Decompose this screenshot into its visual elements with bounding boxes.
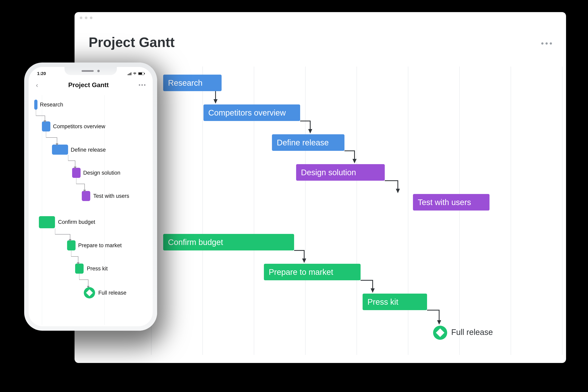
phone-header: ‹ Project Gantt: [29, 81, 153, 89]
window-controls[interactable]: [80, 16, 92, 19]
gantt-bar-design-solution[interactable]: Design solution: [296, 164, 385, 181]
gantt-bar-competitors[interactable]: Competitors overview: [203, 104, 300, 121]
gantt-bar-label: Test with users: [93, 193, 129, 199]
svg-marker-2: [353, 159, 357, 163]
gantt-bar-confirm-budget[interactable]: Confirm budget: [163, 234, 294, 250]
phone-more-button[interactable]: [139, 84, 145, 86]
dots-icon: [541, 42, 544, 44]
gantt-bar-label: Test with users: [418, 198, 471, 207]
gantt-bar-label: Confirm budget: [168, 238, 223, 247]
svg-marker-4: [302, 258, 306, 263]
dependency-connector: [79, 274, 91, 288]
dependency-connector: [71, 250, 81, 264]
gantt-bar-label: Design solution: [301, 168, 356, 177]
gantt-bar-label: Press kit: [87, 266, 108, 272]
gantt-bar-label: Define release: [277, 138, 329, 147]
phone-gantt-canvas[interactable]: Research Competitors overview Define rel…: [30, 95, 152, 325]
svg-marker-1: [308, 129, 312, 134]
status-time: 1:20: [37, 71, 46, 76]
dependency-arrow: [207, 91, 228, 105]
svg-marker-9: [74, 167, 76, 168]
phone-title: Project Gantt: [68, 81, 109, 89]
gantt-bar-press-kit[interactable]: Press kit: [363, 294, 427, 310]
svg-marker-11: [69, 239, 71, 241]
window-minimize-dot[interactable]: [85, 16, 87, 19]
gantt-bar-label: Research: [168, 78, 202, 88]
milestone-label: Full release: [98, 290, 127, 296]
dots-icon: [141, 84, 143, 86]
gantt-bar-label: Press kit: [368, 298, 398, 306]
dependency-connector: [46, 132, 60, 145]
gantt-bar-label: Prepare to market: [269, 268, 333, 277]
battery-icon: [138, 72, 144, 75]
wifi-icon: [133, 72, 137, 75]
phone-notch: [64, 67, 117, 75]
gantt-bar-prepare-market[interactable]: Prepare to market: [264, 264, 361, 280]
back-button[interactable]: ‹: [36, 81, 38, 89]
gantt-bar-label: Competitors overview: [53, 124, 105, 130]
dependency-connector: [76, 178, 87, 192]
dots-icon: [144, 84, 145, 86]
svg-marker-5: [371, 288, 375, 293]
gantt-bar-label: Competitors overview: [208, 108, 286, 117]
svg-marker-0: [213, 99, 217, 104]
dots-icon: [139, 84, 140, 86]
svg-marker-6: [437, 320, 441, 325]
dots-icon: [550, 42, 552, 44]
milestone-full-release-icon[interactable]: [433, 326, 447, 340]
gantt-bar-define-release[interactable]: Define release: [272, 134, 345, 151]
gantt-bar-competitors[interactable]: [42, 122, 50, 132]
gantt-bar-label: Prepare to market: [78, 242, 122, 249]
signal-icon: [128, 72, 131, 75]
gantt-bar-test-users[interactable]: [82, 191, 90, 201]
gantt-bar-label: Confirm budget: [58, 219, 95, 225]
gantt-bar-label: Design solution: [83, 170, 120, 176]
gantt-bar-research[interactable]: Research: [163, 74, 221, 91]
page-title: Project Gantt: [89, 34, 175, 50]
dependency-arrow: [299, 121, 323, 135]
phone-device: 1:20 ‹ Project Gantt Research Competitor…: [24, 62, 157, 331]
dependency-arrow: [293, 250, 317, 264]
gantt-bar-define-release[interactable]: [52, 144, 68, 155]
svg-marker-8: [56, 144, 58, 145]
window-maximize-dot[interactable]: [90, 16, 92, 19]
dependency-connector: [68, 155, 78, 168]
svg-marker-10: [84, 190, 86, 192]
gantt-bar-prepare-market[interactable]: [67, 240, 76, 250]
gantt-bar-label: Define release: [71, 147, 106, 153]
svg-marker-7: [44, 120, 46, 122]
gantt-bar-research[interactable]: [34, 100, 37, 110]
dependency-arrow: [344, 151, 368, 165]
gantt-bar-confirm-budget[interactable]: [39, 216, 55, 228]
gantt-bar-label: Research: [40, 102, 63, 108]
dependency-arrow: [360, 280, 388, 294]
gantt-canvas[interactable]: Research Competitors overview Define rel…: [151, 66, 562, 355]
dependency-arrow: [426, 310, 454, 326]
dots-icon: [546, 42, 548, 44]
window-close-dot[interactable]: [80, 16, 82, 19]
dependency-arrow: [384, 181, 414, 195]
gantt-bar-design-solution[interactable]: [72, 168, 81, 178]
dependency-connector: [36, 110, 48, 122]
milestone-label: Full release: [451, 328, 493, 337]
svg-marker-3: [396, 189, 400, 193]
svg-marker-12: [77, 262, 79, 264]
gantt-bar-test-users[interactable]: Test with users: [413, 194, 489, 210]
milestone-full-release-icon[interactable]: [84, 287, 95, 298]
more-menu-button[interactable]: [541, 42, 552, 44]
dependency-connector: [55, 228, 72, 241]
phone-screen: 1:20 ‹ Project Gantt Research Competitor…: [29, 67, 153, 326]
gantt-bar-press-kit[interactable]: [75, 264, 84, 274]
